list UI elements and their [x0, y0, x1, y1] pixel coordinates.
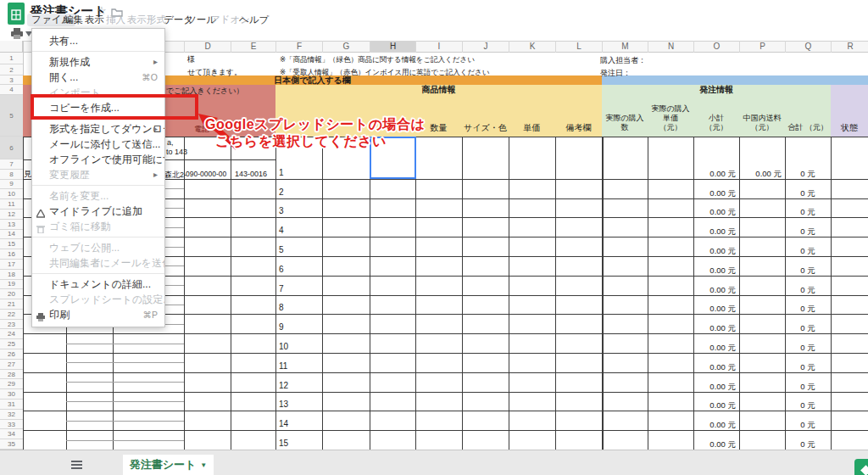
total-cell[interactable]: 0 元 — [785, 420, 831, 431]
total-cell[interactable]: 0 元 — [785, 207, 831, 218]
item-number-cell[interactable]: 7 — [279, 284, 284, 293]
menubar-item-ヘルプ[interactable]: ヘルプ — [235, 14, 273, 26]
subtotal-cell[interactable]: 0.00 元 — [693, 207, 736, 218]
menu-item-共有[interactable]: 共有... — [32, 33, 164, 48]
row-header-24[interactable]: 24 — [0, 329, 23, 339]
total-cell[interactable]: 0 元 — [785, 246, 831, 257]
product-info-band[interactable]: 商品情報 — [275, 85, 602, 95]
column-header-K[interactable]: K — [509, 41, 555, 53]
column-header-F[interactable]: F — [275, 41, 322, 53]
column-header-H[interactable]: H — [370, 41, 415, 53]
row-header-27[interactable]: 27 — [0, 360, 23, 370]
item-number-cell[interactable]: 5 — [279, 245, 284, 254]
row-header-8[interactable]: 8 — [0, 170, 23, 180]
row-header-29[interactable]: 29 — [0, 379, 23, 389]
row-header-10[interactable]: 10 — [0, 189, 23, 199]
row-header-6[interactable]: 6 — [0, 137, 23, 159]
total-cell[interactable]: 0 元 — [785, 382, 831, 393]
subtotal-cell[interactable]: 0.00 元 — [693, 188, 736, 199]
column-header-R[interactable]: R — [831, 41, 868, 53]
row-header-2[interactable]: 2 — [0, 64, 23, 75]
total-cell[interactable]: 0 元 — [785, 362, 831, 373]
status-header-cell[interactable]: 状態 — [831, 85, 868, 137]
item-number-cell[interactable]: 2 — [279, 187, 284, 197]
subtotal-cell[interactable]: 0.00 元 — [693, 304, 736, 315]
item-number-cell[interactable]: 12 — [279, 381, 288, 390]
total-cell[interactable]: 0 元 — [785, 400, 831, 411]
row-header-21[interactable]: 21 — [0, 299, 23, 310]
china-shipping-cell[interactable]: 0.00 元 — [739, 169, 782, 180]
menu-item-メールに添付して送信[interactable]: メールに添付して送信... — [32, 137, 164, 152]
row-header-17[interactable]: 17 — [0, 260, 23, 270]
menu-item-オフラインで使用可能にする[interactable]: オフラインで使用可能にする — [32, 152, 164, 167]
row-header-23[interactable]: 23 — [0, 320, 23, 330]
total-cell[interactable]: 0 元 — [785, 285, 831, 296]
total-cell[interactable]: 0 元 — [785, 169, 831, 180]
row-header-15[interactable]: 15 — [0, 239, 23, 249]
item-number-cell[interactable]: 8 — [279, 303, 284, 312]
item-number-cell[interactable]: 13 — [279, 400, 288, 409]
column-header-D[interactable]: D — [184, 41, 231, 53]
row-header-31[interactable]: 31 — [0, 400, 23, 410]
row-header-5[interactable]: 5 — [0, 95, 23, 137]
row-header-28[interactable]: 28 — [0, 370, 23, 380]
column-header-J[interactable]: J — [462, 41, 509, 53]
explore-button[interactable] — [854, 459, 868, 475]
row-header-3[interactable]: 3 — [0, 75, 23, 85]
item-number-cell[interactable]: 10 — [279, 342, 288, 351]
menu-item-新規作成[interactable]: 新規作成▸ — [32, 54, 164, 70]
subtotal-cell[interactable]: 0.00 元 — [693, 285, 736, 296]
subtotal-cell[interactable]: 0.00 元 — [693, 400, 736, 411]
row-header-13[interactable]: 13 — [0, 220, 23, 230]
menu-item-形式を指定してダウンロード[interactable]: 形式を指定してダウンロード▸ — [32, 121, 164, 137]
row-header-19[interactable]: 19 — [0, 280, 23, 290]
subtotal-cell[interactable]: 0.00 元 — [693, 246, 736, 257]
column-header-L[interactable]: L — [555, 41, 602, 53]
row-header-11[interactable]: 11 — [0, 199, 23, 210]
column-header-M[interactable]: M — [602, 41, 648, 53]
row-header-35[interactable]: 35 — [0, 439, 23, 450]
subtotal-cell[interactable]: 0.00 元 — [693, 265, 736, 277]
column-header-P[interactable]: P — [739, 41, 785, 53]
column-header-I[interactable]: I — [415, 41, 462, 53]
subtotal-cell[interactable]: 0.00 元 — [693, 169, 736, 180]
sheet-tab-active[interactable]: 発注書シート ▼ — [123, 455, 214, 475]
column-header-Q[interactable]: Q — [785, 41, 831, 53]
order-info-band[interactable]: 発注情報 — [602, 85, 831, 95]
menu-item-開く[interactable]: 開く...⌘O — [32, 70, 164, 85]
subtotal-cell[interactable]: 0.00 元 — [693, 226, 736, 238]
row-header-1[interactable]: 1 — [0, 53, 23, 64]
column-header-O[interactable]: O — [693, 41, 739, 53]
blue-band[interactable] — [602, 75, 868, 85]
item-number-cell[interactable]: 15 — [279, 439, 288, 448]
select-all-corner[interactable] — [0, 41, 23, 53]
column-header-E[interactable]: E — [231, 41, 275, 53]
row-header-22[interactable]: 22 — [0, 310, 23, 320]
total-cell[interactable]: 0 元 — [785, 226, 831, 238]
item-number-cell[interactable]: 4 — [279, 226, 284, 235]
item-number-cell[interactable]: 14 — [279, 419, 288, 428]
total-cell[interactable]: 0 元 — [785, 323, 831, 334]
subtotal-cell[interactable]: 0.00 元 — [693, 343, 736, 354]
menu-item-印刷[interactable]: 印刷⌘P — [32, 307, 164, 322]
row-header-20[interactable]: 20 — [0, 289, 23, 299]
menu-item-マイドライブに追加[interactable]: マイドライブに追加 — [32, 204, 164, 219]
row-header-7[interactable]: 7 — [0, 159, 23, 170]
all-sheets-icon[interactable] — [71, 459, 82, 471]
row-header-12[interactable]: 12 — [0, 210, 23, 220]
item-number-cell[interactable]: 3 — [279, 206, 284, 215]
row-header-9[interactable]: 9 — [0, 180, 23, 190]
subtotal-cell[interactable]: 0.00 元 — [693, 382, 736, 393]
column-header-G[interactable]: G — [322, 41, 370, 53]
item-number-cell[interactable]: 6 — [279, 265, 284, 274]
row-header-26[interactable]: 26 — [0, 349, 23, 360]
subtotal-cell[interactable]: 0.00 元 — [693, 323, 736, 334]
row-header-18[interactable]: 18 — [0, 270, 23, 280]
row-header-30[interactable]: 30 — [0, 389, 23, 400]
row-header-14[interactable]: 14 — [0, 230, 23, 240]
row-header-34[interactable]: 34 — [0, 429, 23, 439]
item-number-cell[interactable]: 11 — [279, 361, 287, 371]
menu-item-ドキュメントの詳細[interactable]: ドキュメントの詳細... — [32, 277, 164, 292]
total-cell[interactable]: 0 元 — [785, 343, 831, 354]
subtotal-cell[interactable]: 0.00 元 — [693, 420, 736, 431]
